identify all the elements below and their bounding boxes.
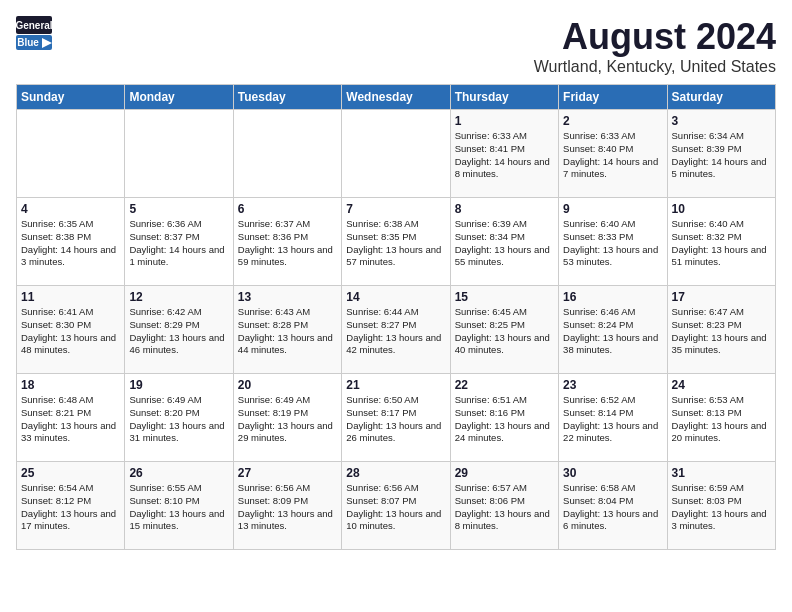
day-number: 8 bbox=[455, 202, 554, 216]
cell-info: Sunrise: 6:46 AMSunset: 8:24 PMDaylight:… bbox=[563, 306, 662, 357]
calendar-cell: 13Sunrise: 6:43 AMSunset: 8:28 PMDayligh… bbox=[233, 286, 341, 374]
day-number: 1 bbox=[455, 114, 554, 128]
day-header-wednesday: Wednesday bbox=[342, 85, 450, 110]
cell-info: Sunrise: 6:35 AMSunset: 8:38 PMDaylight:… bbox=[21, 218, 120, 269]
cell-info: Sunrise: 6:47 AMSunset: 8:23 PMDaylight:… bbox=[672, 306, 771, 357]
cell-info: Sunrise: 6:33 AMSunset: 8:40 PMDaylight:… bbox=[563, 130, 662, 181]
page-subtitle: Wurtland, Kentucky, United States bbox=[534, 58, 776, 76]
calendar-cell: 17Sunrise: 6:47 AMSunset: 8:23 PMDayligh… bbox=[667, 286, 775, 374]
day-number: 7 bbox=[346, 202, 445, 216]
calendar-week-2: 4Sunrise: 6:35 AMSunset: 8:38 PMDaylight… bbox=[17, 198, 776, 286]
day-number: 17 bbox=[672, 290, 771, 304]
page-title: August 2024 bbox=[534, 16, 776, 58]
day-header-thursday: Thursday bbox=[450, 85, 558, 110]
calendar-table: SundayMondayTuesdayWednesdayThursdayFrid… bbox=[16, 84, 776, 550]
day-header-sunday: Sunday bbox=[17, 85, 125, 110]
day-number: 24 bbox=[672, 378, 771, 392]
cell-info: Sunrise: 6:51 AMSunset: 8:16 PMDaylight:… bbox=[455, 394, 554, 445]
calendar-cell: 1Sunrise: 6:33 AMSunset: 8:41 PMDaylight… bbox=[450, 110, 558, 198]
cell-info: Sunrise: 6:38 AMSunset: 8:35 PMDaylight:… bbox=[346, 218, 445, 269]
day-number: 6 bbox=[238, 202, 337, 216]
cell-info: Sunrise: 6:37 AMSunset: 8:36 PMDaylight:… bbox=[238, 218, 337, 269]
day-number: 21 bbox=[346, 378, 445, 392]
day-number: 28 bbox=[346, 466, 445, 480]
calendar-cell: 19Sunrise: 6:49 AMSunset: 8:20 PMDayligh… bbox=[125, 374, 233, 462]
cell-info: Sunrise: 6:45 AMSunset: 8:25 PMDaylight:… bbox=[455, 306, 554, 357]
calendar-cell: 9Sunrise: 6:40 AMSunset: 8:33 PMDaylight… bbox=[559, 198, 667, 286]
cell-info: Sunrise: 6:40 AMSunset: 8:32 PMDaylight:… bbox=[672, 218, 771, 269]
day-number: 10 bbox=[672, 202, 771, 216]
cell-info: Sunrise: 6:43 AMSunset: 8:28 PMDaylight:… bbox=[238, 306, 337, 357]
day-number: 26 bbox=[129, 466, 228, 480]
calendar-cell: 14Sunrise: 6:44 AMSunset: 8:27 PMDayligh… bbox=[342, 286, 450, 374]
svg-text:Blue: Blue bbox=[17, 37, 39, 48]
day-number: 5 bbox=[129, 202, 228, 216]
day-number: 27 bbox=[238, 466, 337, 480]
cell-info: Sunrise: 6:57 AMSunset: 8:06 PMDaylight:… bbox=[455, 482, 554, 533]
title-block: August 2024 Wurtland, Kentucky, United S… bbox=[534, 16, 776, 76]
calendar-cell bbox=[342, 110, 450, 198]
day-number: 9 bbox=[563, 202, 662, 216]
calendar-cell: 22Sunrise: 6:51 AMSunset: 8:16 PMDayligh… bbox=[450, 374, 558, 462]
calendar-cell: 11Sunrise: 6:41 AMSunset: 8:30 PMDayligh… bbox=[17, 286, 125, 374]
cell-info: Sunrise: 6:50 AMSunset: 8:17 PMDaylight:… bbox=[346, 394, 445, 445]
calendar-header-row: SundayMondayTuesdayWednesdayThursdayFrid… bbox=[17, 85, 776, 110]
day-number: 30 bbox=[563, 466, 662, 480]
day-number: 25 bbox=[21, 466, 120, 480]
calendar-cell: 2Sunrise: 6:33 AMSunset: 8:40 PMDaylight… bbox=[559, 110, 667, 198]
calendar-cell: 24Sunrise: 6:53 AMSunset: 8:13 PMDayligh… bbox=[667, 374, 775, 462]
calendar-cell: 4Sunrise: 6:35 AMSunset: 8:38 PMDaylight… bbox=[17, 198, 125, 286]
cell-info: Sunrise: 6:39 AMSunset: 8:34 PMDaylight:… bbox=[455, 218, 554, 269]
day-number: 16 bbox=[563, 290, 662, 304]
calendar-cell: 5Sunrise: 6:36 AMSunset: 8:37 PMDaylight… bbox=[125, 198, 233, 286]
cell-info: Sunrise: 6:59 AMSunset: 8:03 PMDaylight:… bbox=[672, 482, 771, 533]
day-number: 13 bbox=[238, 290, 337, 304]
calendar-week-5: 25Sunrise: 6:54 AMSunset: 8:12 PMDayligh… bbox=[17, 462, 776, 550]
calendar-cell: 28Sunrise: 6:56 AMSunset: 8:07 PMDayligh… bbox=[342, 462, 450, 550]
day-number: 12 bbox=[129, 290, 228, 304]
calendar-cell: 20Sunrise: 6:49 AMSunset: 8:19 PMDayligh… bbox=[233, 374, 341, 462]
cell-info: Sunrise: 6:41 AMSunset: 8:30 PMDaylight:… bbox=[21, 306, 120, 357]
calendar-cell: 12Sunrise: 6:42 AMSunset: 8:29 PMDayligh… bbox=[125, 286, 233, 374]
calendar-week-1: 1Sunrise: 6:33 AMSunset: 8:41 PMDaylight… bbox=[17, 110, 776, 198]
cell-info: Sunrise: 6:44 AMSunset: 8:27 PMDaylight:… bbox=[346, 306, 445, 357]
day-number: 31 bbox=[672, 466, 771, 480]
calendar-cell: 23Sunrise: 6:52 AMSunset: 8:14 PMDayligh… bbox=[559, 374, 667, 462]
cell-info: Sunrise: 6:55 AMSunset: 8:10 PMDaylight:… bbox=[129, 482, 228, 533]
calendar-week-3: 11Sunrise: 6:41 AMSunset: 8:30 PMDayligh… bbox=[17, 286, 776, 374]
cell-info: Sunrise: 6:56 AMSunset: 8:07 PMDaylight:… bbox=[346, 482, 445, 533]
calendar-cell: 10Sunrise: 6:40 AMSunset: 8:32 PMDayligh… bbox=[667, 198, 775, 286]
cell-info: Sunrise: 6:53 AMSunset: 8:13 PMDaylight:… bbox=[672, 394, 771, 445]
day-header-friday: Friday bbox=[559, 85, 667, 110]
calendar-week-4: 18Sunrise: 6:48 AMSunset: 8:21 PMDayligh… bbox=[17, 374, 776, 462]
calendar-cell: 25Sunrise: 6:54 AMSunset: 8:12 PMDayligh… bbox=[17, 462, 125, 550]
day-number: 29 bbox=[455, 466, 554, 480]
calendar-cell: 8Sunrise: 6:39 AMSunset: 8:34 PMDaylight… bbox=[450, 198, 558, 286]
page-header: General Blue August 2024 Wurtland, Kentu… bbox=[16, 16, 776, 76]
calendar-cell: 29Sunrise: 6:57 AMSunset: 8:06 PMDayligh… bbox=[450, 462, 558, 550]
calendar-cell: 6Sunrise: 6:37 AMSunset: 8:36 PMDaylight… bbox=[233, 198, 341, 286]
cell-info: Sunrise: 6:49 AMSunset: 8:20 PMDaylight:… bbox=[129, 394, 228, 445]
day-number: 3 bbox=[672, 114, 771, 128]
calendar-cell: 7Sunrise: 6:38 AMSunset: 8:35 PMDaylight… bbox=[342, 198, 450, 286]
day-number: 18 bbox=[21, 378, 120, 392]
calendar-cell: 18Sunrise: 6:48 AMSunset: 8:21 PMDayligh… bbox=[17, 374, 125, 462]
cell-info: Sunrise: 6:36 AMSunset: 8:37 PMDaylight:… bbox=[129, 218, 228, 269]
calendar-cell: 16Sunrise: 6:46 AMSunset: 8:24 PMDayligh… bbox=[559, 286, 667, 374]
calendar-cell bbox=[17, 110, 125, 198]
cell-info: Sunrise: 6:48 AMSunset: 8:21 PMDaylight:… bbox=[21, 394, 120, 445]
calendar-cell: 15Sunrise: 6:45 AMSunset: 8:25 PMDayligh… bbox=[450, 286, 558, 374]
cell-info: Sunrise: 6:54 AMSunset: 8:12 PMDaylight:… bbox=[21, 482, 120, 533]
cell-info: Sunrise: 6:33 AMSunset: 8:41 PMDaylight:… bbox=[455, 130, 554, 181]
cell-info: Sunrise: 6:52 AMSunset: 8:14 PMDaylight:… bbox=[563, 394, 662, 445]
day-number: 14 bbox=[346, 290, 445, 304]
cell-info: Sunrise: 6:56 AMSunset: 8:09 PMDaylight:… bbox=[238, 482, 337, 533]
calendar-cell: 31Sunrise: 6:59 AMSunset: 8:03 PMDayligh… bbox=[667, 462, 775, 550]
calendar-cell bbox=[233, 110, 341, 198]
day-number: 22 bbox=[455, 378, 554, 392]
calendar-cell: 26Sunrise: 6:55 AMSunset: 8:10 PMDayligh… bbox=[125, 462, 233, 550]
day-number: 2 bbox=[563, 114, 662, 128]
day-number: 4 bbox=[21, 202, 120, 216]
cell-info: Sunrise: 6:49 AMSunset: 8:19 PMDaylight:… bbox=[238, 394, 337, 445]
calendar-cell bbox=[125, 110, 233, 198]
